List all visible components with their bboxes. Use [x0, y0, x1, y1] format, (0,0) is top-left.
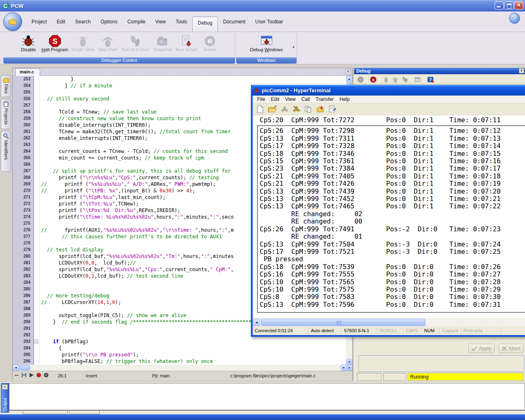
fold-margin: [34, 161, 39, 168]
editor-tab-main-c[interactable]: main.c: [15, 68, 40, 76]
ht-menu-call[interactable]: Call: [299, 96, 313, 103]
terminal-horizontal-scrollbar[interactable]: ◄: [253, 318, 525, 326]
editor-scroll-corner-button[interactable]: ►: [347, 365, 352, 371]
sidebar-tab-identifiers[interactable]: Identifiers: [1, 131, 11, 172]
output-tab[interactable]: [23, 411, 68, 414]
terminal-screen[interactable]: CpS:20 CpM:999 Tot:7272 Pos:0 Dir:1 Time…: [253, 115, 525, 318]
fold-margin: [34, 142, 39, 148]
terminal-backscroll-line: CpS:20 CpM:999 Tot:7272 Pos:0 Dir:1 Time…: [253, 115, 525, 124]
code-text: printf ("\r\n%s%Lu","CpS:",current_count…: [39, 174, 219, 181]
disconnect-icon[interactable]: [292, 105, 301, 113]
hyperterminal-titlebar[interactable]: picComm2 - HyperTerminal: [251, 85, 525, 96]
pcw-titlebar: PCW: [0, 0, 525, 11]
properties-icon[interactable]: [328, 105, 336, 113]
save-icon[interactable]: [21, 372, 27, 378]
record-macro-icon[interactable]: [36, 372, 41, 378]
terminal-line: CpS:13 CpM:999 Tot:7504 Pos:-3 Dir:0 Tim…: [260, 241, 525, 248]
halt-s-icon[interactable]: S: [370, 76, 377, 83]
fold-margin: [34, 325, 39, 332]
sidebar-tab-projects[interactable]: Projects: [1, 99, 11, 129]
app-menu-orb[interactable]: [3, 12, 22, 31]
menu-item-debug[interactable]: Debug: [192, 17, 217, 32]
open-icon[interactable]: [268, 105, 277, 113]
code-line: 295 printf("\r\n PB pressed");: [13, 352, 346, 358]
fold-margin: [34, 352, 39, 358]
running-status: Running: [408, 373, 523, 381]
menu-item-compile[interactable]: Compile: [123, 17, 150, 27]
ht-menu-transfer[interactable]: Transfer: [313, 96, 337, 103]
record-icon[interactable]: [357, 76, 364, 83]
menu-item-document[interactable]: Document: [219, 17, 250, 27]
ribbon-button-label: Reset: [204, 48, 216, 52]
ribbon-button-label: Disable: [21, 48, 36, 52]
code-text: min_count += current_counts; // keep tra…: [39, 155, 204, 161]
halt-program-button[interactable]: SHalt Program: [40, 34, 70, 52]
code-text: // still every second: [39, 96, 109, 102]
scroll-right-icon[interactable]: ►: [341, 365, 347, 371]
menu-item-user-toolbar[interactable]: User Toolbar: [251, 17, 288, 27]
ribbon-group-windows: Debug Windows▾Windows: [236, 33, 297, 64]
code-text: LCDOutXY(0,0, lcd_buf);//: [39, 260, 136, 266]
debug-panel-close-icon[interactable]: ×: [519, 68, 524, 73]
folder-icon: [3, 77, 9, 83]
fold-margin: [34, 201, 39, 207]
fold-margin: [34, 312, 39, 319]
editor-close-icon[interactable]: ×: [345, 69, 351, 75]
abort-button: Abort: [499, 344, 523, 353]
terminal-line: CpS:10 CpM:999 Tot:7575 Pos:0 Dir:0 Time…: [260, 286, 525, 293]
editor-horizontal-scrollbar[interactable]: ◄ ►: [13, 365, 347, 371]
disable-button[interactable]: Disable: [17, 34, 40, 52]
close-button[interactable]: [514, 1, 523, 9]
scroll-left-icon[interactable]: ◄: [13, 365, 19, 371]
stop-macro-icon[interactable]: [43, 372, 49, 378]
scroll-down-icon[interactable]: ▼: [346, 359, 352, 365]
fold-collapse-icon[interactable]: −: [34, 340, 38, 343]
line-number: 267: [13, 168, 34, 174]
fold-margin: [34, 345, 39, 352]
code-text: bPBflag=FALSE; // trigger this (whatever…: [39, 358, 213, 365]
terminal-line: PB pressed: [260, 256, 525, 263]
scroll-left-icon[interactable]: ◄: [253, 319, 260, 326]
code-text: current_counts = TCnew - TCold; // count…: [39, 148, 228, 155]
menu-item-edit[interactable]: Edit: [52, 17, 70, 27]
output-tab[interactable]: [69, 411, 100, 414]
help-button[interactable]: ?: [509, 13, 520, 24]
send-icon[interactable]: [304, 105, 313, 113]
ht-menu-help[interactable]: Help: [337, 96, 353, 103]
code-text: sprintf(lcd_buf,"%s%Lu%s%02u%s%02u","Tm:…: [39, 253, 234, 260]
debug-windows-button[interactable]: Debug Windows: [248, 34, 284, 52]
ht-menu-edit[interactable]: Edit: [268, 96, 282, 103]
output-panel-titlebar[interactable]: × Output: [1, 383, 9, 413]
fold-margin: [34, 286, 39, 292]
terminal-line: CpS:13 CpM:999 Tot:7465 Pos:0 Dir:1 Time…: [260, 203, 525, 210]
output-close-icon[interactable]: ×: [2, 384, 8, 390]
play-macro-icon[interactable]: [29, 372, 34, 378]
receive-icon[interactable]: [316, 105, 324, 113]
sidebar-tab-files[interactable]: Files: [1, 75, 11, 97]
collapse-icon[interactable]: [14, 373, 19, 378]
menu-item-project[interactable]: Project: [27, 17, 51, 27]
dropdown-arrow-icon[interactable]: ▾: [292, 45, 294, 49]
window-title: PCW: [11, 3, 23, 9]
ribbon-button-label: Single Step: [71, 48, 94, 52]
ht-menu-file[interactable]: File: [254, 96, 268, 103]
menu-item-options[interactable]: Options: [96, 17, 122, 27]
fold-margin: [34, 319, 39, 325]
ht-menu-view[interactable]: View: [282, 96, 299, 103]
new-connection-icon[interactable]: [256, 105, 264, 113]
restore-button[interactable]: [504, 1, 514, 9]
line-number: 259: [13, 115, 34, 122]
fold-margin: [34, 76, 39, 82]
minimize-button[interactable]: [495, 1, 504, 9]
terminal-hscroll-thumb[interactable]: [261, 319, 425, 326]
menu-item-view[interactable]: View: [151, 17, 170, 27]
editor-hscroll-thumb[interactable]: [19, 365, 30, 370]
fold-margin: [34, 266, 39, 273]
menu-item-tools[interactable]: Tools: [171, 17, 192, 27]
scroll-up-icon[interactable]: ▲: [346, 76, 352, 82]
svg-text:S: S: [52, 37, 57, 46]
status-cell: [357, 373, 381, 381]
ribbon-button-row: DisableSHalt ProgramSingle StepStep Over…: [3, 33, 235, 57]
snapshot-icon: [156, 34, 169, 48]
menu-item-search[interactable]: Search: [71, 17, 95, 27]
